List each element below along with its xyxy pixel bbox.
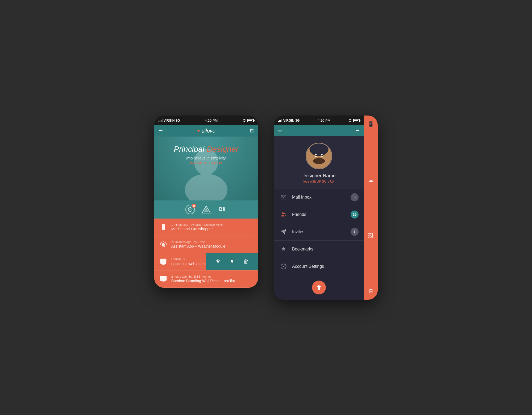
feed-item-4[interactable]: 2 hours ago by: Bill S Kenney Bamboo Bra… (154, 270, 258, 288)
delete-action[interactable]: 🗑 (243, 258, 249, 265)
behance-icon[interactable]: Bē (217, 205, 227, 214)
app-logo: ♥ uilove (197, 128, 215, 134)
battery-icon-2 (353, 119, 360, 122)
status-right-1: ⏱ (243, 119, 254, 122)
logo-text: uilove (202, 128, 215, 134)
feed-icon-monitor (159, 274, 168, 284)
feed-icon-cloud (159, 240, 168, 249)
hero-content: Principal Designer who believe in simpli… (160, 145, 253, 165)
nav-bar-1: ☰ ♥ uilove ⊡ (154, 125, 258, 137)
carrier-label-2: VIRGIN (283, 119, 294, 122)
status-bar-1: VIRGIN 3G 4:20 PM ⏱ (154, 116, 258, 125)
feed-item-1[interactable]: 1 minute ago by: Mike | Creative Mints M… (154, 219, 258, 236)
feed-item-2[interactable]: 21 minutes ago by: Dash Assistant App – … (154, 236, 258, 253)
avatar (306, 143, 332, 169)
hero-tagline: love with UI / GUI / UX (160, 161, 253, 165)
mail-badge: 5 (351, 193, 359, 201)
svg-marker-31 (281, 229, 286, 234)
feed-icon-phone (159, 222, 168, 232)
invites-icon (279, 228, 288, 236)
menu-item-settings[interactable]: Account Settings (274, 258, 364, 275)
profile-tagline: love with UI/ GUI / UX (279, 180, 359, 183)
heart-icon: ♥ (197, 128, 200, 134)
dribbble-icon[interactable]: 21 (185, 205, 195, 214)
edit-icon[interactable]: ✏ (278, 128, 282, 134)
signal-icon (159, 119, 163, 122)
menu-item-friends[interactable]: Friends 25 (274, 206, 364, 223)
status-left-2: VIRGIN 3G (278, 119, 300, 122)
time-label-2: 4:20 PM (318, 118, 330, 122)
view-action[interactable]: 👁 (215, 258, 221, 265)
bookmarks-label: Bookmarks (292, 247, 359, 252)
hero-section: Principal Designer who believe in simpli… (154, 137, 258, 200)
friends-icon (279, 210, 288, 219)
hamburger-icon-2[interactable]: ☰ (355, 128, 360, 134)
side-monitor-icon: 🖥 (368, 288, 373, 294)
network-label-2: 3G (295, 119, 300, 122)
invites-badge: 1 (351, 228, 359, 236)
side-strip: 📱 ☁ 🖼 🖥 (364, 116, 378, 300)
like-action[interactable]: ♥ (231, 258, 234, 265)
logout-button[interactable] (312, 281, 326, 294)
swipe-action-bar: 👁 ♥ 🗑 (206, 253, 258, 270)
bag-icon[interactable]: ⊡ (250, 128, 254, 134)
feed-icon-web (159, 257, 168, 266)
clock-icon-2: ⏱ (348, 119, 352, 122)
side-image-icon: 🖼 (368, 233, 373, 239)
nav-bar-2: ✏ ☰ (274, 125, 364, 136)
feed-item-1-text: 1 minute ago by: Mike | Creative Mints M… (171, 223, 254, 231)
profile-section: Designer Name love with UI/ GUI / UX (274, 136, 364, 189)
battery-icon (247, 119, 254, 122)
mail-label: Mail Inbox (292, 195, 346, 200)
side-cloud-icon: ☁ (368, 177, 373, 183)
svg-point-24 (321, 155, 323, 156)
hero-subtitle: who believe in simplicity. (160, 156, 253, 160)
svg-point-32 (283, 266, 284, 267)
social-row: 21 Bē (154, 200, 258, 219)
phone-2: VIRGIN 3G 4:20 PM ⏱ ✏ ☰ (274, 116, 378, 300)
feed-item-4-title: Bamboo Branding Wall Piece – not flat (171, 279, 254, 283)
hero-title: Principal Designer (160, 145, 253, 153)
feed-item-2-meta: 21 minutes ago by: Dash (171, 240, 254, 244)
screen-profile: VIRGIN 3G 4:20 PM ⏱ ✏ ☰ (274, 116, 364, 300)
feed-item-3[interactable]: Ghulam ツ upcoming web agency 👁 ♥ 🗑 (154, 253, 258, 270)
svg-point-26 (313, 158, 325, 164)
feed-item-4-meta: 2 hours ago by: Bill S Kenney (171, 275, 254, 278)
svg-rect-27 (281, 195, 286, 199)
menu-list: Mail Inbox 5 Friends 25 (274, 189, 364, 275)
feed-item-2-title: Assistant App – Weather Module (171, 244, 254, 248)
screen-feed: ☰ ♥ uilove ⊡ Principal Designer (154, 125, 258, 288)
svg-point-29 (284, 212, 286, 214)
svg-marker-33 (317, 285, 321, 290)
svg-point-23 (315, 155, 317, 156)
network-label: 3G (176, 119, 180, 122)
menu-item-invites[interactable]: Invites 1 (274, 223, 364, 241)
feed-item-1-title: Mechanical Grasshopper (171, 227, 254, 231)
hero-title-coral: Designer (207, 145, 239, 153)
hamburger-icon[interactable]: ☰ (159, 128, 163, 134)
status-left-1: VIRGIN 3G (159, 119, 180, 122)
svg-rect-12 (161, 259, 166, 264)
status-right-2: ⏱ (348, 119, 360, 122)
feed-item-2-text: 21 minutes ago by: Dash Assistant App – … (171, 240, 254, 248)
time-label-1: 4:20 PM (205, 118, 218, 122)
settings-icon (279, 262, 288, 271)
svg-point-1 (185, 174, 227, 200)
settings-label: Account Settings (292, 264, 359, 269)
dribbble-badge: 21 (192, 204, 196, 208)
svg-point-28 (282, 212, 284, 214)
profile-name: Designer Name (279, 173, 359, 179)
logout-section (274, 275, 364, 300)
menu-item-mail[interactable]: Mail Inbox 5 (274, 189, 364, 206)
phone-1: VIRGIN 3G 4:20 PM ⏱ ☰ ♥ uilove ⊡ (154, 116, 258, 288)
status-bar-2: VIRGIN 3G 4:20 PM ⏱ (274, 116, 364, 125)
friends-badge: 25 (351, 211, 359, 219)
feed-list: 1 minute ago by: Mike | Creative Mints M… (154, 219, 258, 288)
mountain-icon[interactable] (201, 205, 211, 214)
feed-item-4-text: 2 hours ago by: Bill S Kenney Bamboo Bra… (171, 275, 254, 283)
carrier-label: VIRGIN (164, 119, 174, 122)
feed-item-1-meta: 1 minute ago by: Mike | Creative Mints (171, 223, 254, 226)
friends-label: Friends (292, 212, 346, 217)
svg-rect-5 (162, 224, 165, 230)
menu-item-bookmarks[interactable]: Bookmarks (274, 241, 364, 258)
